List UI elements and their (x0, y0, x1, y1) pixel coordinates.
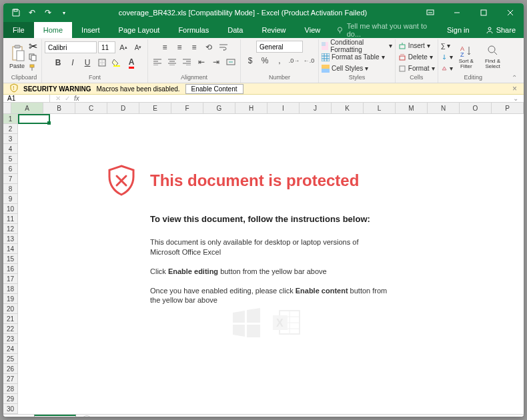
add-sheet-button[interactable]: + (81, 415, 92, 417)
minimize-button[interactable] (444, 3, 470, 22)
paste-button[interactable]: Paste (9, 45, 25, 69)
column-headers[interactable]: ABCDEFGHIJKLMNOP (11, 103, 524, 114)
row-header-8[interactable]: 8 (3, 184, 17, 194)
save-icon[interactable] (11, 8, 21, 17)
col-header-O[interactable]: O (460, 103, 492, 113)
row-header-12[interactable]: 12 (3, 224, 17, 234)
qat-dropdown-icon[interactable]: ▾ (59, 8, 69, 17)
row-header-14[interactable]: 14 (3, 244, 17, 254)
align-bottom-icon[interactable]: ≡ (187, 41, 201, 54)
col-header-M[interactable]: M (396, 103, 428, 113)
col-header-N[interactable]: N (428, 103, 460, 113)
col-header-D[interactable]: D (107, 103, 139, 113)
accounting-format-icon[interactable]: $ (243, 54, 257, 67)
accept-formula-icon[interactable]: ✓ (65, 95, 70, 102)
insert-cells-button[interactable]: Insert ▾ (398, 41, 430, 51)
cut-icon[interactable]: ✂ (27, 42, 39, 51)
col-header-G[interactable]: G (203, 103, 235, 113)
grow-font-icon[interactable]: A▴ (117, 41, 130, 54)
tell-me-search[interactable]: Tell me what you want to do... (330, 22, 439, 38)
undo-icon[interactable]: ↶ (27, 8, 37, 17)
row-header-22[interactable]: 22 (3, 324, 17, 334)
row-header-7[interactable]: 7 (3, 174, 17, 184)
share-button[interactable]: Share (478, 26, 524, 34)
row-header-26[interactable]: 26 (3, 364, 17, 374)
merge-center-icon[interactable] (224, 55, 237, 69)
row-header-28[interactable]: 28 (3, 384, 17, 394)
tab-data[interactable]: Data (218, 22, 252, 38)
row-header-2[interactable]: 2 (3, 124, 17, 134)
row-header-6[interactable]: 6 (3, 164, 17, 174)
name-box[interactable]: A1 (3, 95, 50, 102)
col-header-E[interactable]: E (139, 103, 171, 113)
format-as-table-button[interactable]: Format as Table ▾ (322, 52, 385, 62)
fill-color-icon[interactable] (110, 56, 123, 69)
row-header-9[interactable]: 9 (3, 194, 17, 204)
row-header-4[interactable]: 4 (3, 144, 17, 154)
col-header-K[interactable]: K (332, 103, 364, 113)
row-header-17[interactable]: 17 (3, 274, 17, 284)
comma-format-icon[interactable]: , (273, 54, 286, 67)
maximize-button[interactable] (470, 3, 497, 22)
row-header-10[interactable]: 10 (3, 204, 17, 214)
col-header-J[interactable]: J (300, 103, 332, 113)
orientation-icon[interactable]: ⟲ (202, 41, 215, 54)
col-header-A[interactable]: A (11, 103, 43, 113)
close-button[interactable] (497, 3, 524, 22)
enable-content-button[interactable]: Enable Content (185, 84, 243, 94)
row-header-16[interactable]: 16 (3, 264, 17, 274)
align-left-icon[interactable] (151, 55, 164, 69)
percent-format-icon[interactable]: % (258, 54, 272, 67)
row-header-29[interactable]: 29 (3, 394, 17, 404)
col-header-L[interactable]: L (364, 103, 396, 113)
bold-button[interactable]: B (51, 56, 65, 69)
row-header-19[interactable]: 19 (3, 294, 17, 304)
col-header-B[interactable]: B (43, 103, 75, 113)
italic-button[interactable]: I (66, 56, 79, 69)
delete-cells-button[interactable]: Delete ▾ (398, 52, 433, 62)
row-header-21[interactable]: 21 (3, 314, 17, 324)
decrease-decimal-icon[interactable]: ←.0 (302, 54, 316, 67)
borders-icon[interactable] (95, 56, 109, 69)
copy-icon[interactable] (27, 53, 39, 62)
decrease-indent-icon[interactable]: ⇤ (195, 55, 208, 69)
col-header-I[interactable]: I (268, 103, 300, 113)
redo-icon[interactable]: ↷ (43, 8, 53, 17)
tab-insert[interactable]: Insert (72, 22, 109, 38)
col-header-H[interactable]: H (235, 103, 268, 113)
row-header-18[interactable]: 18 (3, 284, 17, 294)
row-header-27[interactable]: 27 (3, 374, 17, 384)
row-headers[interactable]: 1234567891011121314151617181920212223242… (3, 114, 18, 414)
align-center-icon[interactable] (165, 55, 179, 69)
row-header-30[interactable]: 30 (3, 404, 17, 414)
increase-decimal-icon[interactable]: .0→ (288, 54, 301, 67)
align-right-icon[interactable] (180, 55, 193, 69)
row-header-24[interactable]: 24 (3, 344, 17, 354)
ribbon-options-icon[interactable] (417, 3, 444, 22)
align-top-icon[interactable]: ≡ (158, 41, 171, 54)
sort-filter-button[interactable]: AZSort & Filter (455, 45, 478, 69)
col-header-P[interactable]: P (492, 103, 524, 113)
cell-styles-button[interactable]: Cell Styles ▾ (322, 63, 368, 73)
row-header-1[interactable]: 1 (3, 114, 17, 124)
clear-icon[interactable]: ▾ (441, 63, 453, 73)
sheet-tab-1[interactable]: Sheet1 (34, 415, 76, 417)
wrap-text-icon[interactable] (217, 41, 230, 54)
format-painter-icon[interactable] (27, 63, 39, 73)
select-all-corner[interactable] (3, 103, 11, 114)
row-header-23[interactable]: 23 (3, 334, 17, 344)
col-header-C[interactable]: C (75, 103, 107, 113)
font-name-select[interactable]: Calibri (45, 41, 97, 53)
tab-formulas[interactable]: Formulas (169, 22, 218, 38)
align-middle-icon[interactable]: ≡ (173, 41, 186, 54)
find-select-button[interactable]: Find & Select (480, 45, 506, 69)
tab-home[interactable]: Home (34, 22, 72, 38)
font-color-icon[interactable]: A (125, 56, 138, 69)
shrink-font-icon[interactable]: A▾ (131, 41, 145, 54)
font-size-select[interactable]: 11 (98, 41, 115, 53)
format-cells-button[interactable]: Format ▾ (398, 63, 435, 73)
tab-view[interactable]: View (296, 22, 330, 38)
row-header-3[interactable]: 3 (3, 134, 17, 144)
fill-icon[interactable]: ▾ (441, 52, 453, 62)
increase-indent-icon[interactable]: ⇥ (209, 55, 223, 69)
